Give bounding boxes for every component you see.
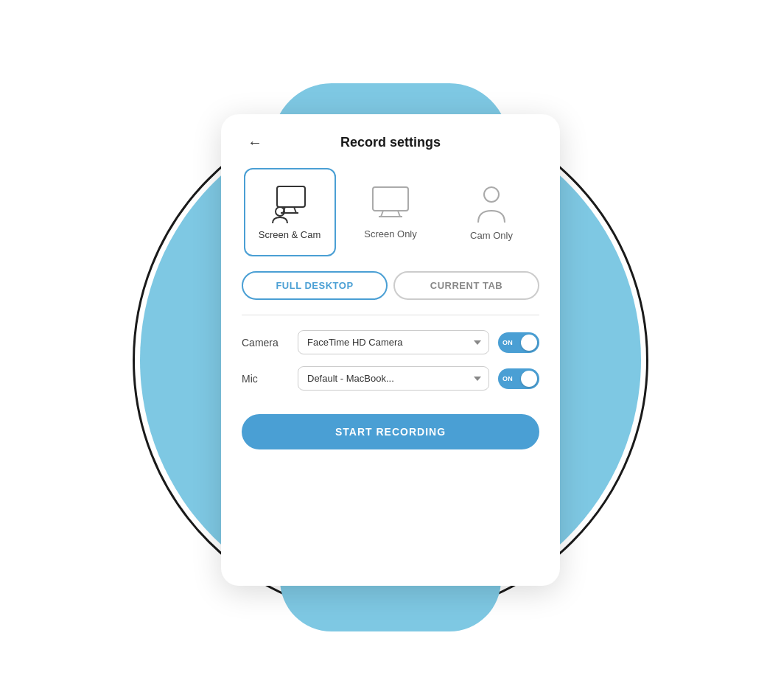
svg-line-6 bbox=[381, 211, 383, 217]
start-recording-button[interactable]: START RECORDING bbox=[242, 414, 539, 449]
tab-group: FULL DESKTOP CURRENT TAB bbox=[242, 271, 539, 300]
mode-screen-only[interactable]: Screen Only bbox=[345, 168, 437, 256]
mode-screen-cam-label: Screen & Cam bbox=[259, 229, 321, 240]
cam-only-icon bbox=[475, 184, 508, 224]
mic-label: Mic bbox=[242, 373, 289, 385]
camera-row: Camera FaceTime HD Camera ON bbox=[242, 330, 539, 354]
mic-toggle-knob bbox=[521, 371, 537, 387]
mic-toggle[interactable]: ON bbox=[498, 368, 539, 389]
divider bbox=[242, 315, 539, 315]
screen-only-icon bbox=[370, 186, 411, 223]
mic-toggle-label: ON bbox=[502, 375, 513, 382]
settings-area: Camera FaceTime HD Camera ON Mic Default… bbox=[242, 330, 539, 391]
screen-cam-icon bbox=[267, 185, 312, 223]
mode-screen-cam[interactable]: Screen & Cam bbox=[244, 168, 336, 256]
camera-label: Camera bbox=[242, 337, 289, 349]
back-icon: ← bbox=[248, 134, 262, 150]
card-header: ← Record settings bbox=[242, 135, 539, 150]
svg-point-9 bbox=[484, 187, 499, 202]
camera-select[interactable]: FaceTime HD Camera bbox=[298, 330, 489, 354]
mode-cam-only-label: Cam Only bbox=[470, 230, 513, 241]
back-button[interactable]: ← bbox=[242, 131, 268, 154]
tab-current-tab[interactable]: CURRENT TAB bbox=[393, 271, 539, 300]
arc-bottom bbox=[280, 580, 501, 631]
scene: ← Record settings bbox=[59, 18, 722, 682]
svg-line-2 bbox=[294, 207, 296, 213]
mic-row: Mic Default - MacBook... ON bbox=[242, 366, 539, 391]
record-settings-card: ← Record settings bbox=[221, 114, 560, 586]
mode-selector: Screen & Cam Screen Only bbox=[242, 168, 539, 256]
svg-rect-0 bbox=[277, 186, 305, 207]
camera-toggle-knob bbox=[521, 335, 537, 351]
mode-screen-only-label: Screen Only bbox=[364, 228, 417, 239]
camera-toggle[interactable]: ON bbox=[498, 332, 539, 353]
camera-toggle-label: ON bbox=[502, 339, 513, 346]
page-title: Record settings bbox=[340, 135, 441, 150]
tab-full-desktop[interactable]: FULL DESKTOP bbox=[242, 271, 388, 300]
svg-line-7 bbox=[398, 211, 400, 217]
mic-select[interactable]: Default - MacBook... bbox=[298, 366, 489, 391]
svg-rect-5 bbox=[373, 187, 408, 211]
mode-cam-only[interactable]: Cam Only bbox=[446, 168, 538, 256]
